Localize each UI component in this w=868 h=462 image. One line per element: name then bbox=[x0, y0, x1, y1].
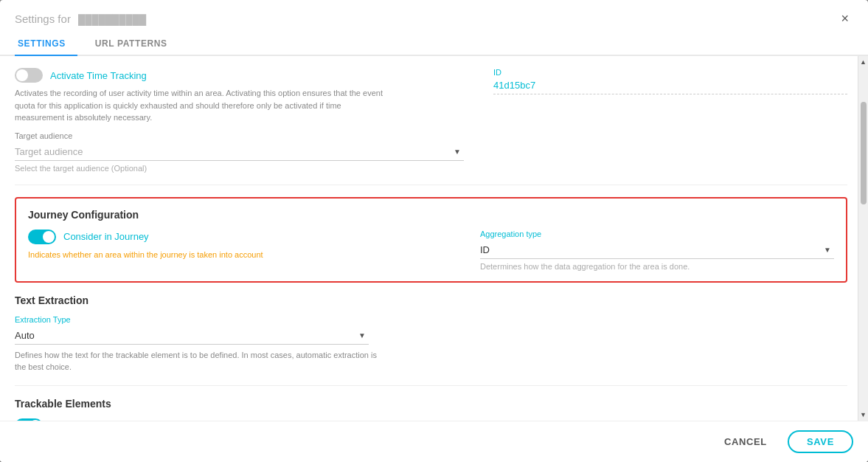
modal-title-entity: ██████████ bbox=[78, 14, 146, 25]
activate-time-tracking-toggle[interactable] bbox=[15, 68, 43, 83]
save-button[interactable]: SAVE bbox=[788, 430, 853, 453]
target-audience-group: Target audience Target audience All User… bbox=[15, 131, 464, 173]
modal-body[interactable]: Activate Time Tracking Activates the rec… bbox=[0, 56, 868, 421]
scrollbar[interactable]: ▲ ▼ bbox=[858, 56, 868, 421]
tab-settings[interactable]: SETTINGS bbox=[15, 32, 77, 56]
cancel-button[interactable]: CANCEL bbox=[712, 430, 779, 453]
text-extraction-section: Text Extraction Extraction Type Auto Man… bbox=[15, 294, 847, 386]
activate-time-tracking-label: Activate Time Tracking bbox=[50, 70, 147, 81]
tab-url-patterns[interactable]: URL PATTERNS bbox=[92, 32, 179, 56]
scroll-down-arrow[interactable]: ▼ bbox=[858, 409, 868, 421]
time-tracking-section: Activate Time Tracking Activates the rec… bbox=[15, 68, 847, 185]
trackable-elements-title: Trackable Elements bbox=[15, 398, 847, 410]
consider-in-journey-description: Indicates whether an area within the jou… bbox=[28, 249, 397, 261]
journey-configuration-section: Journey Configuration Consider in Journe… bbox=[15, 197, 847, 283]
extraction-type-select-wrapper: Auto Manual Regex ▼ bbox=[15, 327, 369, 345]
aggregation-hint: Determines how the data aggregation for … bbox=[480, 262, 834, 271]
text-extraction-title: Text Extraction bbox=[15, 294, 847, 306]
scroll-track bbox=[858, 68, 868, 409]
close-button[interactable]: × bbox=[836, 10, 853, 27]
id-label: ID bbox=[493, 68, 847, 77]
scroll-thumb[interactable] bbox=[861, 102, 867, 204]
modal-footer: CANCEL SAVE bbox=[0, 421, 868, 462]
extraction-type-label: Extraction Type bbox=[15, 315, 847, 324]
consider-in-journey-toggle[interactable] bbox=[28, 230, 56, 244]
trackable-elements-section: Trackable Elements Auto Detection Automa… bbox=[15, 398, 847, 421]
target-audience-hint: Select the target audience (Optional) bbox=[15, 164, 464, 173]
target-audience-select-wrapper: Target audience All Users Admins Develop… bbox=[15, 143, 464, 161]
id-value: 41d15bc7 bbox=[493, 80, 847, 94]
auto-detection-label: Auto Detection bbox=[50, 420, 113, 421]
aggregation-type-select-wrapper: ID Name Custom ▼ bbox=[480, 241, 834, 259]
tabs-bar: SETTINGS URL PATTERNS bbox=[0, 32, 868, 56]
extraction-type-select[interactable]: Auto Manual Regex bbox=[15, 327, 369, 344]
modal-title: Settings for ██████████ bbox=[15, 13, 146, 25]
aggregation-type-label: Aggregation type bbox=[480, 230, 834, 238]
modal-header: Settings for ██████████ × bbox=[0, 0, 868, 27]
extraction-hint: Defines how the text for the trackable e… bbox=[15, 349, 383, 373]
modal-overlay: Settings for ██████████ × SETTINGS URL P… bbox=[0, 0, 868, 462]
journey-configuration-title: Journey Configuration bbox=[28, 209, 834, 221]
settings-modal: Settings for ██████████ × SETTINGS URL P… bbox=[0, 0, 868, 462]
auto-detection-toggle[interactable] bbox=[15, 418, 43, 421]
consider-in-journey-label: Consider in Journey bbox=[63, 231, 149, 242]
time-tracking-description: Activates the recording of user activity… bbox=[15, 87, 383, 124]
modal-title-text: Settings for bbox=[15, 13, 71, 25]
target-audience-select[interactable]: Target audience All Users Admins Develop… bbox=[15, 143, 464, 160]
scroll-up-arrow[interactable]: ▲ bbox=[858, 56, 868, 68]
aggregation-type-select[interactable]: ID Name Custom bbox=[480, 241, 834, 258]
target-audience-label: Target audience bbox=[15, 131, 464, 140]
